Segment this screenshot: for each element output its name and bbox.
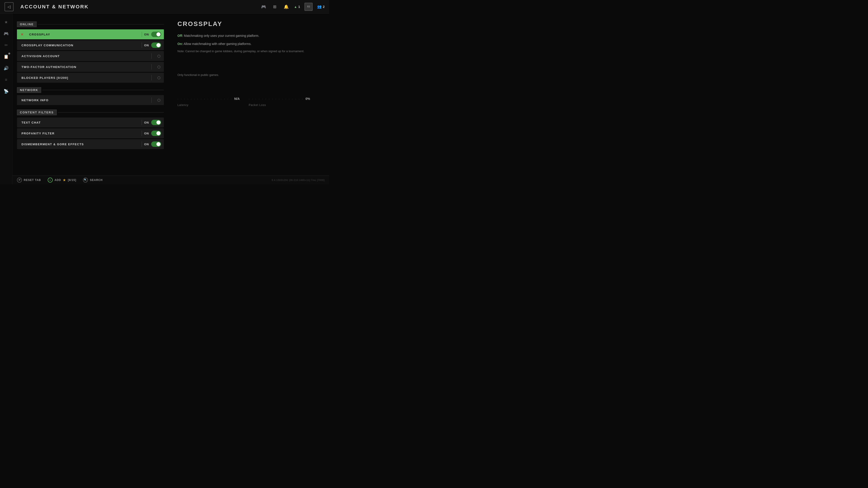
two-factor-external-icon: ⬡	[154, 65, 164, 69]
content-filters-section-label: CONTENT FILTERS	[17, 109, 57, 115]
sidebar: ★ 🎮 ✏ 📋 2 🔊 ≡ 📡	[0, 13, 12, 184]
latency-stat-line: - - - - - - - - - - - - - - - - - N/A	[178, 97, 240, 101]
two-factor-label: TWO-FACTOR AUTHENTICATION	[17, 65, 149, 69]
crossplay-row[interactable]: ✕ CROSSPLAY ON	[17, 29, 164, 39]
crossplay-value: ON	[144, 33, 151, 36]
add-count: [8/15]	[68, 178, 76, 182]
latency-dots: - - - - - - - - - - - - - - - - -	[178, 97, 232, 100]
rank-badge-1[interactable]: ▲ 1	[294, 5, 300, 8]
packet-value: 0%	[305, 97, 310, 101]
packet-loss-stat: - - - - - - - - - - - - - - - - - 0% Pac…	[249, 97, 310, 107]
rank-count-1: 1	[298, 5, 300, 8]
blocked-players-divider	[151, 75, 152, 80]
add-button[interactable]: + ADD ★ [8/15]	[48, 177, 76, 183]
sidebar-item-controller[interactable]: 🎮	[2, 30, 10, 38]
text-chat-value: ON	[144, 121, 151, 124]
two-factor-row[interactable]: TWO-FACTOR AUTHENTICATION ⬡	[17, 62, 164, 72]
search-icon: 🔍	[83, 177, 88, 183]
sidebar-item-edit[interactable]: ✏	[2, 41, 10, 49]
activision-account-row[interactable]: ACTIVISION ACCOUNT ⬡	[17, 51, 164, 61]
activision-account-divider	[151, 53, 152, 59]
reset-tab-icon: ↺	[17, 177, 22, 183]
blocked-players-row[interactable]: BLOCKED PLAYERS [0/200] ⬡	[17, 73, 164, 83]
left-panel: ONLINE ✕ CROSSPLAY ON CROSSPLAY COMMUNIC…	[12, 13, 168, 175]
dismemberment-toggle[interactable]	[151, 141, 161, 147]
controller-icon[interactable]: 🎮	[260, 3, 267, 10]
reset-tab-label: RESET TAB	[24, 178, 41, 182]
page-title: ACCOUNT & NETWORK	[20, 4, 89, 10]
latency-stat: - - - - - - - - - - - - - - - - - N/A La…	[178, 97, 240, 107]
network-info-divider	[151, 97, 152, 103]
profanity-filter-toggle[interactable]	[151, 131, 161, 136]
detail-off-text: Off: Matchmaking only uses your current …	[178, 33, 320, 39]
detail-off-description: Matchmaking only uses your current gamin…	[184, 34, 259, 37]
content-filters-section-header: CONTENT FILTERS	[17, 109, 164, 115]
sidebar-item-list[interactable]: 📋 2	[2, 53, 10, 61]
blocked-players-external-icon: ⬡	[154, 76, 164, 80]
crossplay-toggle[interactable]	[151, 32, 161, 37]
back-button[interactable]: ◁	[4, 2, 13, 11]
activision-account-external-icon: ⬡	[154, 54, 164, 58]
text-chat-toggle-knob	[156, 121, 160, 125]
detail-on-text: On: Allow matchmaking with other gaming …	[178, 41, 320, 47]
two-factor-divider	[151, 64, 152, 70]
sidebar-item-audio[interactable]: 🔊	[2, 64, 10, 72]
text-chat-toggle[interactable]	[151, 120, 161, 125]
detail-on-description: Allow matchmaking with other gaming plat…	[184, 42, 251, 46]
dismemberment-value: ON	[144, 142, 151, 146]
search-label: SEARCH	[90, 178, 103, 182]
profanity-filter-label: PROFANITY FILTER	[17, 132, 140, 135]
dismemberment-row[interactable]: DISMEMBERMENT & GORE EFFECTS ON	[17, 139, 164, 149]
crossplay-communication-value: ON	[144, 43, 151, 47]
add-star-icon: ★	[63, 178, 66, 182]
detail-functional: Only functional in public games.	[178, 73, 320, 76]
crossplay-communication-row[interactable]: CROSSPLAY COMMUNICATION ON	[17, 40, 164, 50]
online-section-label: ONLINE	[17, 22, 37, 27]
dismemberment-toggle-knob	[156, 142, 160, 146]
network-section-header: NETWORK	[17, 87, 164, 93]
packet-dots: - - - - - - - - - - - - - - - - -	[249, 97, 304, 100]
rank-badge-display: R3	[305, 3, 313, 11]
profanity-filter-row[interactable]: PROFANITY FILTER ON	[17, 128, 164, 138]
network-info-external-icon: ⬡	[154, 98, 164, 102]
detail-on-label: On:	[178, 42, 183, 46]
player-count-badge[interactable]: 👥 2	[317, 4, 324, 9]
sidebar-item-network[interactable]: 📡	[2, 87, 10, 95]
latency-value: N/A	[234, 97, 240, 101]
crossplay-toggle-knob	[156, 32, 160, 36]
crossplay-communication-label: CROSSPLAY COMMUNICATION	[17, 43, 140, 47]
profanity-filter-toggle-knob	[156, 131, 160, 135]
players-icon: 👥	[317, 4, 322, 9]
network-section-line	[42, 90, 164, 90]
sidebar-item-menu[interactable]: ≡	[2, 76, 10, 84]
crossplay-error-icon: ✕	[17, 32, 27, 37]
grid-icon[interactable]: ⊞	[272, 3, 278, 10]
network-section-label: NETWORK	[17, 87, 41, 93]
detail-note: Note: Cannot be changed in game lobbies,…	[178, 50, 320, 53]
profanity-filter-value: ON	[144, 132, 151, 135]
crossplay-communication-toggle[interactable]	[151, 42, 161, 48]
packet-label: Packet Loss	[249, 103, 310, 107]
add-label: ADD	[55, 178, 61, 182]
network-stats: - - - - - - - - - - - - - - - - - N/A La…	[178, 97, 320, 107]
build-info: 9.4.13031291 [36:210:1465+11] Tmc [7000]	[272, 179, 324, 182]
sidebar-item-favorites[interactable]: ★	[2, 18, 10, 26]
rank-arrow-icon: ▲	[294, 5, 297, 8]
blocked-players-label: BLOCKED PLAYERS [0/200]	[17, 76, 149, 79]
header: ◁ ACCOUNT & NETWORK 🎮 ⊞ 🔔 ▲ 1 R3 👥 2	[0, 0, 329, 13]
bottom-bar: ↺ RESET TAB + ADD ★ [8/15] 🔍 SEARCH 9.4.…	[12, 175, 329, 184]
text-chat-label: TEXT CHAT	[17, 121, 140, 124]
activision-account-label: ACTIVISION ACCOUNT	[17, 55, 149, 58]
crossplay-label: CROSSPLAY	[27, 33, 140, 36]
player-count-2: 2	[323, 5, 324, 8]
bell-icon[interactable]: 🔔	[283, 3, 289, 10]
rank-label: R3	[307, 5, 310, 8]
network-info-row[interactable]: NETWORK INFO ⬡	[17, 95, 164, 105]
search-button[interactable]: 🔍 SEARCH	[83, 177, 103, 183]
reset-tab-button[interactable]: ↺ RESET TAB	[17, 177, 41, 183]
text-chat-row[interactable]: TEXT CHAT ON	[17, 118, 164, 127]
latency-label: Latency	[178, 103, 240, 107]
crossplay-communication-knob	[156, 43, 160, 47]
packet-stat-line: - - - - - - - - - - - - - - - - - 0%	[249, 97, 310, 101]
online-section-header: ONLINE	[17, 22, 164, 27]
